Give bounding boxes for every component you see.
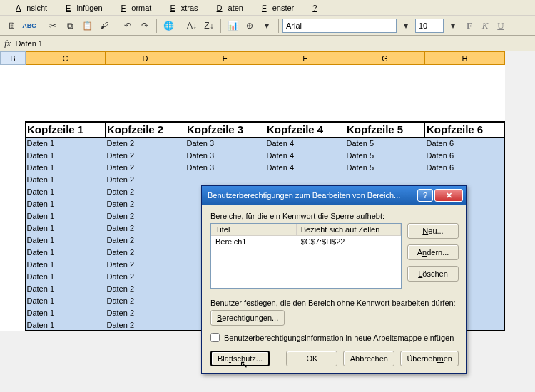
cell[interactable]: Daten 1 [26,247,106,259]
menu-einfügen[interactable]: Einfügen [54,2,108,14]
cell[interactable]: Daten 2 [106,150,185,162]
font-size-select[interactable] [415,19,444,33]
ranges-listbox[interactable]: Titel Bezieht sich auf Zellen Bereich1 $… [210,223,402,289]
cell[interactable]: Daten 2 [106,319,185,331]
cell[interactable]: Daten 1 [26,150,106,162]
col-header-B[interactable]: B [1,52,26,65]
cell[interactable]: Daten 2 [106,247,185,259]
help-icon[interactable]: ? [417,189,433,202]
cell[interactable] [345,174,425,186]
dropdown-icon[interactable]: ▾ [259,18,275,33]
cell[interactable]: Daten 2 [106,162,185,174]
cell[interactable]: Daten 1 [26,222,106,234]
cell[interactable]: Daten 6 [425,150,505,162]
cell[interactable]: Daten 4 [265,138,345,150]
cell[interactable]: Daten 2 [106,283,185,295]
cell[interactable]: Daten 1 [26,210,106,222]
new-button[interactable]: Neu... [407,223,459,239]
menu-fenster[interactable]: Fenster [250,2,300,14]
list-row[interactable]: Bereich1 $C$7:$H$22 [211,236,401,247]
redo-icon[interactable]: ↷ [137,18,153,33]
permissions-button[interactable]: Berechtigungen... [210,310,285,326]
size-dropdown-icon[interactable]: ▾ [445,18,461,33]
cell[interactable]: Daten 6 [425,162,505,174]
cell[interactable]: Daten 1 [26,295,106,307]
cell[interactable]: Daten 5 [345,138,425,150]
cut-icon[interactable]: ✂ [45,18,61,33]
cell[interactable]: Daten 2 [106,186,185,198]
table-header[interactable]: Kopfzeile 4 [265,122,345,138]
close-icon[interactable]: ✕ [434,189,463,202]
cell[interactable]: Daten 3 [185,150,265,162]
apply-button[interactable]: Übernehmen [400,351,459,366]
table-header[interactable]: Kopfzeile 3 [185,122,265,138]
paste-icon[interactable]: 📋 [79,18,95,33]
menu-?[interactable]: ? [301,2,328,14]
cell[interactable]: Daten 2 [106,295,185,307]
cell[interactable]: Daten 1 [26,307,106,319]
col-header-E[interactable]: E [185,52,265,65]
underline-toggle[interactable]: U [494,19,508,33]
cell[interactable]: Daten 1 [26,174,106,186]
cell[interactable]: Daten 1 [26,138,106,150]
ok-button[interactable]: OK [286,351,337,366]
sort-asc-icon[interactable]: A↓ [184,18,200,33]
cell[interactable]: Daten 1 [26,283,106,295]
menu-format[interactable]: Format [110,2,158,14]
cell[interactable]: Daten 2 [106,198,185,210]
paste-info-checkbox[interactable]: Benutzerberechtigungsinformation in neue… [210,333,459,342]
chart-icon[interactable]: 📊 [225,18,240,33]
cell[interactable]: Daten 4 [265,150,345,162]
edit-button[interactable]: Ändern... [407,244,459,260]
table-header[interactable]: Kopfzeile 2 [106,122,185,138]
menu-ansicht[interactable]: Ansicht [4,2,53,14]
table-header[interactable]: Kopfzeile 5 [345,122,425,138]
delete-button[interactable]: Löschen [407,266,459,282]
cell[interactable]: Daten 1 [26,319,106,331]
print-preview-icon[interactable]: 🗎 [4,18,20,33]
spellcheck-icon[interactable]: ABC [21,18,37,33]
navigator-icon[interactable]: ⊕ [242,18,258,33]
undo-icon[interactable]: ↶ [120,18,136,33]
italic-toggle[interactable]: K [478,19,492,33]
cell[interactable]: Daten 1 [26,186,106,198]
cell[interactable]: Daten 2 [106,138,185,150]
cell[interactable]: Daten 1 [26,271,106,283]
hyperlink-icon[interactable]: 🌐 [160,18,176,33]
cell[interactable]: Daten 6 [425,138,505,150]
cell[interactable]: Daten 2 [106,234,185,247]
col-header-G[interactable]: G [345,52,425,65]
cell[interactable]: Daten 5 [345,162,425,174]
cell[interactable]: Daten 3 [185,138,265,150]
col-header-H[interactable]: H [425,52,505,65]
copy-icon[interactable]: ⧉ [62,18,78,33]
cell[interactable]: Daten 3 [185,162,265,174]
menu-extras[interactable]: Extras [158,2,203,14]
cell[interactable]: Daten 2 [106,210,185,222]
format-paint-icon[interactable]: 🖌 [96,18,112,33]
menu-daten[interactable]: Daten [205,2,249,14]
cell[interactable]: Daten 1 [26,162,106,174]
cell[interactable]: Daten 4 [265,162,345,174]
font-dropdown-icon[interactable]: ▾ [398,18,414,33]
cancel-button[interactable]: Abbrechen [343,351,394,366]
cell[interactable] [265,174,345,186]
cell[interactable]: Daten 2 [106,222,185,234]
sort-desc-icon[interactable]: Z↓ [201,18,217,33]
col-header-D[interactable]: D [106,52,185,65]
cell[interactable] [185,174,265,186]
col-header-F[interactable]: F [265,52,345,65]
paste-info-check-input[interactable] [210,333,220,342]
cell[interactable]: Daten 2 [106,271,185,283]
sheet-protect-button[interactable]: Blattsch↖utz... [210,351,270,366]
cell[interactable]: Daten 2 [106,259,185,271]
cell[interactable]: Daten 2 [106,174,185,186]
bold-toggle[interactable]: F [462,19,477,33]
cell[interactable]: Daten 5 [345,150,425,162]
table-header[interactable]: Kopfzeile 1 [26,122,106,138]
cell[interactable]: Daten 1 [26,259,106,271]
table-header[interactable]: Kopfzeile 6 [425,122,505,138]
dialog-titlebar[interactable]: Benutzerberechtigungen zum Bearbeiten vo… [202,186,466,205]
cell[interactable]: Daten 2 [106,307,185,319]
cell[interactable]: Daten 1 [26,234,106,247]
